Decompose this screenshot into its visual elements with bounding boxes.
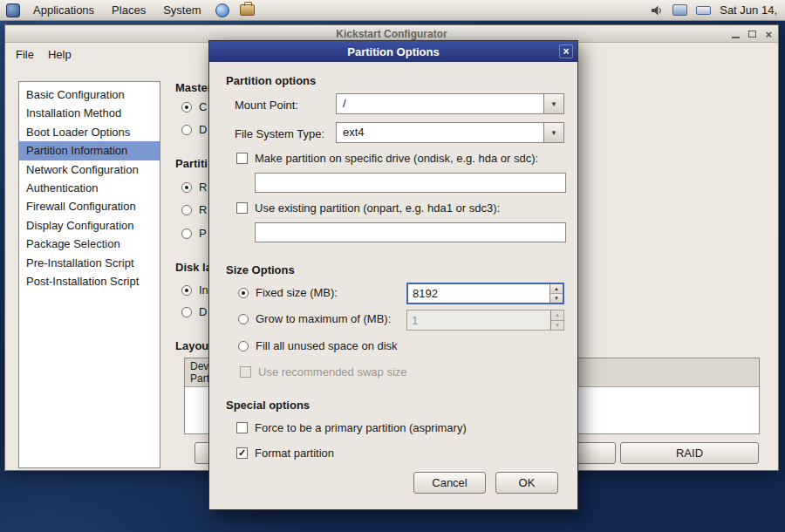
window-title: Kickstart Configurator [5,28,778,40]
mount-point-label: Mount Point: [235,99,298,112]
sidebar-item-partition-information[interactable]: Partition Information [19,141,160,160]
fs-type-value: ext4 [337,123,543,142]
grow-max-label: Grow to maximum of (MB): [256,312,391,325]
volume-icon[interactable] [650,3,664,17]
menu-places-label: Places [112,3,146,17]
fixed-size-input[interactable] [408,284,550,303]
ondisk-input[interactable] [255,173,566,193]
desktop: Applications Places System Sat Jun 14, K… [0,0,785,532]
maximize-icon[interactable] [748,31,756,38]
fill-unused-label: Fill all unused space on disk [256,339,398,352]
input-device-applet-icon[interactable] [696,6,711,15]
disk-option-row-2: D [181,305,207,318]
menubar-file[interactable]: File [16,48,34,61]
partition-option-row-1: R [181,181,207,194]
radio-button[interactable] [181,182,192,193]
onpart-label: Use existing partition (onpart, e.g. hda… [255,201,500,215]
fixed-size-label: Fixed size (MB): [256,286,338,299]
window-controls: × [732,25,772,43]
format-partition-label: Format partition [255,447,334,460]
cancel-button[interactable]: Cancel [413,472,486,494]
fs-type-label: File System Type: [235,127,324,140]
close-icon[interactable]: × [765,29,772,40]
master-option-row-2: D [181,123,207,136]
sidebar-item-basic-configuration[interactable]: Basic Configuration [19,85,160,104]
fixed-size-spinner: ▲ ▼ [550,284,563,303]
size-options-heading: Size Options [226,263,295,276]
top-panel: Applications Places System Sat Jun 14, [0,0,785,21]
swap-checkbox-row: ✓ Use recommended swap size [240,365,407,379]
sidebar-item-boot-loader-options[interactable]: Boot Loader Options [19,123,160,141]
ondisk-checkbox[interactable]: ✓ [236,153,248,164]
swap-label: Use recommended swap size [258,365,407,379]
sidebar-item-authentication[interactable]: Authentication [19,179,160,197]
fill-unused-radio[interactable] [238,341,249,351]
grow-max-spinbox: ▲ ▼ [406,310,564,331]
panel-left: Applications Places System [0,0,259,20]
fs-type-dropdown-button[interactable]: ▼ [543,123,563,142]
sidebar-item-display-configuration[interactable]: Display Configuration [19,216,160,235]
chevron-down-icon: ▼ [550,100,557,108]
fixed-size-radio-row: Fixed size (MB): [238,286,338,299]
menu-system-label: System [163,3,201,17]
panel-right: Sat Jun 14, [650,3,785,17]
format-checkbox-row: ✓ Format partition [236,447,334,460]
minimize-icon[interactable] [732,37,740,38]
grow-max-spinner: ▲ ▼ [550,310,563,330]
distro-logo-icon[interactable] [6,3,20,17]
menu-applications[interactable]: Applications [24,0,103,20]
format-partition-checkbox[interactable]: ✓ [236,447,248,459]
mount-point-dropdown-button[interactable]: ▼ [543,94,563,113]
sidebar-item-package-selection[interactable]: Package Selection [19,235,160,253]
menu-system[interactable]: System [154,0,209,20]
browser-launcher-icon[interactable] [215,3,229,17]
spin-down-button: ▼ [551,321,563,331]
menu-places[interactable]: Places [103,0,154,20]
onpart-checkbox[interactable]: ✓ [236,202,248,214]
radio-button[interactable] [181,125,192,135]
sidebar-item-installation-method[interactable]: Installation Method [19,104,160,122]
onpart-input[interactable] [255,222,566,242]
disk-option-row-1: In [181,283,208,297]
arrow-down-icon: ▼ [555,323,560,328]
grow-max-input [407,310,550,330]
sidebar-item-firewall-configuration[interactable]: Firewall Configuration [19,197,160,215]
sidebar-item-post-installation-script[interactable]: Post-Installation Script [19,272,160,290]
toolbox-launcher-icon[interactable] [240,4,255,16]
fixed-size-spinbox: ▲ ▼ [406,283,564,304]
ondisk-label: Make partition on specific drive (ondisk… [255,152,538,165]
radio-label: D [199,123,207,136]
asprimary-checkbox[interactable]: ✓ [236,422,248,433]
fs-type-combo[interactable]: ext4 ▼ [336,122,564,143]
arrow-up-icon: ▲ [554,286,559,291]
grow-max-radio[interactable] [238,314,249,324]
dialog-close-icon[interactable]: × [559,44,573,58]
arrow-up-icon: ▲ [555,312,560,317]
fixed-size-radio[interactable] [238,288,249,298]
master-section-heading: Master [175,81,212,94]
mount-point-combo[interactable]: / ▼ [336,93,564,114]
display-applet-icon[interactable] [672,4,687,16]
sidebar-item-network-configuration[interactable]: Network Configuration [19,160,160,179]
ok-button[interactable]: OK [495,472,558,494]
partition-option-row-2: R [181,203,207,216]
menubar-help[interactable]: Help [48,48,72,61]
chevron-down-icon: ▼ [550,129,557,137]
radio-button[interactable] [181,307,192,317]
raid-button[interactable]: RAID [620,442,759,464]
spin-up-button[interactable]: ▲ [550,284,563,294]
radio-button[interactable] [181,285,192,296]
radio-button[interactable] [181,228,192,239]
radio-button[interactable] [181,205,192,215]
radio-label: R [199,181,207,194]
radio-button[interactable] [181,102,192,113]
master-option-row-1: C [181,100,207,113]
asprimary-checkbox-row: ✓ Force to be a primary partition (aspri… [236,421,467,434]
sidebar-item-pre-installation-script[interactable]: Pre-Installation Script [19,254,160,272]
panel-clock[interactable]: Sat Jun 14, [720,3,777,17]
ondisk-checkbox-row: ✓ Make partition on specific drive (ondi… [236,152,538,165]
config-section-list: Basic Configuration Installation Method … [18,81,160,468]
spin-down-button[interactable]: ▼ [550,294,563,303]
dialog-titlebar[interactable]: Partition Options × [209,41,577,62]
partition-section-heading: Partiti [175,157,208,170]
